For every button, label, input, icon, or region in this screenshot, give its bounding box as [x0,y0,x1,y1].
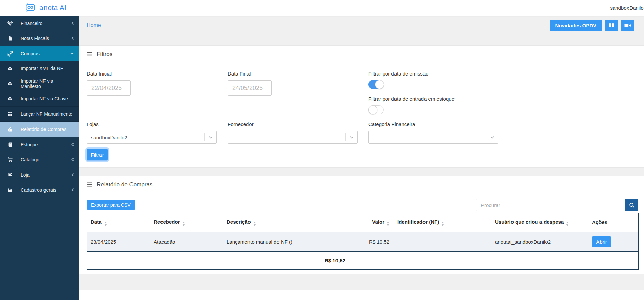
filters-panel: Filtros Data Inicial Data Final [79,45,644,168]
filtrar-emissao-toggle[interactable] [368,80,384,89]
panel-title: Relatório de Compras [97,181,152,188]
sort-icon [253,222,256,226]
keypad-icon [6,111,14,117]
gears-icon [6,51,14,57]
footer-recebedor: - [150,252,223,269]
fornecedor-label: Fornecedor [228,121,368,127]
sidebar-item-relatorio-compras[interactable]: Relatório de Compras [0,122,79,137]
data-final-input[interactable] [228,80,272,96]
manual-button[interactable] [605,20,618,31]
chevron-left-icon [71,21,74,25]
sidebar-item-catalogo[interactable]: Catálogo [0,152,79,167]
footer-valor-total: R$ 10,52 [321,252,393,269]
table-footer-row: - - - R$ 10,52 - - [87,252,639,269]
book-icon [6,142,14,147]
data-inicial-input[interactable] [87,80,131,96]
fornecedor-select[interactable] [228,131,358,144]
chevron-left-icon [71,158,74,161]
export-csv-button[interactable]: Exportar para CSV [87,200,135,210]
hamburger-icon [87,182,92,187]
data-inicial-label: Data Inicial [87,71,228,77]
search-input[interactable] [476,199,625,211]
basket-icon [6,127,14,132]
column-header-recebedor[interactable]: Recebedor [150,213,223,232]
sidebar-item-loja[interactable]: Loja [0,167,79,182]
sidebar-item-notas-fiscais[interactable]: Notas Fiscais [0,31,79,46]
page-bottom-whitespace [79,290,644,300]
cell-descricao: Lançamento manual de NF () [223,232,321,252]
chevron-down-icon [204,133,216,141]
column-header-descricao[interactable]: Descrição [223,213,321,232]
categoria-financeira-select[interactable] [368,131,498,144]
filtrar-button[interactable]: Filtrar [87,149,108,161]
footer-identificador: - [393,252,491,269]
sidebar-item-financeiro[interactable]: Financeiro [0,16,79,31]
cell-data: 23/04/2025 [87,232,150,252]
gem-icon [6,20,14,26]
main-content: Home Novidades OPDV Filtros [79,16,644,300]
hamburger-icon [87,52,92,56]
lojas-label: Lojas [87,121,228,127]
column-header-valor[interactable]: Valor [321,213,393,232]
abrir-button[interactable]: Abrir [592,236,611,247]
robot-logo-icon [24,2,36,13]
breadcrumb-home-link[interactable]: Home [87,22,101,28]
purchases-table: Data Recebedor Descrição Valor Identific… [87,213,639,270]
sidebar-item-importar-manifesto[interactable]: Importar NF via Manifesto [0,76,79,91]
cloud-upload-icon [6,96,14,101]
logo-text: anota AI [39,4,66,12]
flag-icon [6,172,14,178]
lojas-selected-value: sandboxDanilo2 [91,134,204,140]
chevron-down-icon [486,133,498,141]
toggle-knob [368,105,377,114]
search-button[interactable] [625,199,638,211]
column-header-usuario[interactable]: Usuário que criou a despesa [491,213,588,232]
column-header-data[interactable]: Data [87,213,150,232]
cart-icon [6,157,14,162]
sidebar-item-lancar-nf[interactable]: Lançar NF Manualmente [0,107,79,122]
user-name[interactable]: sandboxDanilo2 [610,5,644,11]
lojas-select[interactable]: sandboxDanilo2 [87,131,217,144]
cell-identificador [393,232,491,252]
chevron-left-icon [71,36,74,40]
video-camera-icon [624,23,631,28]
column-header-identificador[interactable]: Identificador (NF) [393,213,491,232]
sidebar-nav: Financeiro Notas Fiscais Compras [0,16,79,300]
file-icon [6,36,14,41]
sidebar-item-cadastros-gerais[interactable]: Cadastros gerais [0,182,79,198]
panel-title: Filtros [97,51,112,58]
filtrar-estoque-label: Filtrar por data de entrada em estoque [368,96,638,102]
report-panel-header: Relatório de Compras [79,176,644,193]
chevron-left-icon [71,188,74,192]
table-header-row: Data Recebedor Descrição Valor Identific… [87,213,639,232]
novidades-opdv-button[interactable]: Novidades OPDV [550,20,602,31]
footer-acoes [588,252,639,269]
sidebar-item-estoque[interactable]: Estoque [0,137,79,152]
table-row: 23/04/2025 Atacadão Lançamento manual de… [87,232,639,252]
data-final-label: Data Final [228,71,368,77]
cell-acoes: Abrir [588,232,639,252]
cloud-upload-icon [6,66,14,71]
sort-icon [387,222,389,226]
sort-icon [566,222,569,226]
column-header-acoes: Ações [588,213,639,232]
categoria-financeira-label: Categoria Financeira [368,121,638,127]
filtrar-estoque-toggle[interactable] [368,105,384,114]
sidebar-item-compras[interactable]: Compras [0,46,79,61]
video-tutorial-button[interactable] [621,20,634,31]
footer-data: - [87,252,150,269]
book-open-icon [608,23,615,28]
sidebar-item-importar-xml[interactable]: Importar XML da NF [0,61,79,76]
cell-valor: R$ 10,52 [321,232,393,252]
sort-icon [104,222,107,226]
footer-usuario: - [491,252,588,269]
header-actions: Novidades OPDV [550,20,634,31]
top-header-bar: anota AI sandboxDanilo2 [0,0,644,16]
footer-descricao: - [223,252,321,269]
sort-icon [182,222,185,226]
chevron-down-icon [70,52,74,55]
chevron-down-icon [345,133,357,141]
cloud-upload-icon [6,81,14,86]
sidebar-item-importar-chave[interactable]: Importar NF via Chave [0,91,79,107]
app-logo: anota AI [24,2,66,13]
